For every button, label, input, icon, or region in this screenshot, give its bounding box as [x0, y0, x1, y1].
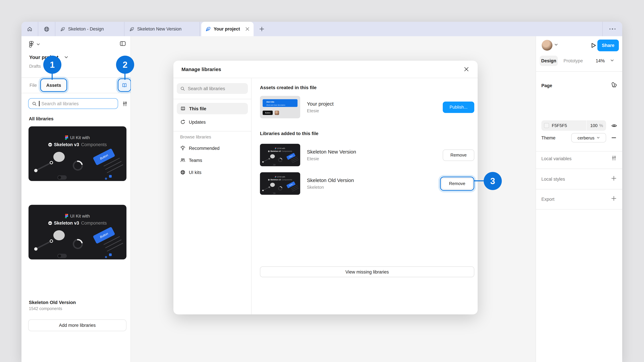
- chevron-down-icon[interactable]: [64, 56, 68, 59]
- right-sidebar: Share Design Prototype 14% Page F5F5F5 1: [536, 36, 622, 362]
- nav-item-teams[interactable]: Teams: [177, 155, 248, 166]
- tab-label: Your project: [214, 26, 240, 31]
- divider: [536, 71, 622, 72]
- page-theme-icon[interactable]: [611, 82, 618, 88]
- library-card-skeleton-old[interactable]: UI Kit with Skeleton v3Components Button: [28, 205, 126, 259]
- badge-2-connector: [124, 73, 126, 80]
- chevron-down-icon[interactable]: [554, 43, 558, 46]
- plus-icon: [259, 26, 264, 31]
- text-caret: [39, 101, 40, 106]
- libraries-button[interactable]: [118, 79, 130, 91]
- left-sidebar: Your project Drafts File Assets: [22, 36, 131, 362]
- remove-button-skeleton-new[interactable]: Remove: [443, 149, 474, 161]
- close-tab-icon[interactable]: [245, 27, 250, 31]
- alert-component: Alert titleShort and clear description: [263, 99, 298, 107]
- add-more-libraries-button[interactable]: Add more libraries: [28, 320, 126, 331]
- eye-visibility-icon[interactable]: [611, 123, 617, 129]
- library-card-art: UI Kit with Skeleton v3Components Button: [28, 205, 126, 259]
- tab-skeleton-new-version[interactable]: Skeleton New Version: [124, 22, 200, 36]
- zoom-level[interactable]: 14%: [596, 58, 605, 63]
- dialog-title: Manage libraries: [182, 66, 221, 72]
- page-opacity-field[interactable]: 100 %: [587, 120, 606, 131]
- refresh-icon: [180, 119, 186, 125]
- skeleton-logo-icon: [48, 221, 52, 225]
- divider: [174, 99, 251, 99]
- add-export-plus-icon[interactable]: [611, 196, 616, 201]
- open-book-icon: [180, 106, 186, 111]
- figma-logo-icon[interactable]: [29, 41, 34, 48]
- tab-skeleton-design[interactable]: Skeleton - Design: [55, 22, 124, 36]
- publish-button[interactable]: Publish...: [443, 101, 474, 113]
- figma-file-icon-active: [205, 26, 211, 32]
- variables-sliders-icon[interactable]: [611, 155, 617, 161]
- new-tab-button[interactable]: [256, 22, 267, 36]
- add-style-plus-icon[interactable]: [611, 176, 616, 181]
- tab-prototype[interactable]: Prototype: [564, 58, 583, 63]
- chevron-down-icon: [597, 137, 600, 139]
- nav-item-ui-kits[interactable]: UI kits: [177, 167, 248, 178]
- close-dialog-button[interactable]: [462, 65, 470, 73]
- libraries-button-highlight: [118, 78, 131, 92]
- remove-theme-minus-icon[interactable]: [611, 135, 616, 140]
- view-missing-libraries-button[interactable]: View missing libraries: [260, 267, 474, 277]
- search-placeholder: Search all libraries: [42, 101, 79, 106]
- window-menu-button[interactable]: [603, 28, 622, 30]
- tab-design[interactable]: Design: [540, 56, 558, 66]
- library-thumbnail: UI Kit with Skeleton v3Components Button: [260, 172, 300, 195]
- color-swatch[interactable]: [544, 123, 549, 128]
- toggle-panel-icon[interactable]: [120, 41, 126, 46]
- globe-icon: [180, 170, 186, 175]
- browser-tab-button[interactable]: [38, 22, 55, 36]
- divider: [536, 151, 622, 151]
- user-avatar[interactable]: [542, 40, 552, 51]
- filter-sliders-icon[interactable]: [122, 101, 128, 107]
- row-title: Your project: [307, 101, 334, 107]
- remove-button-skeleton-old[interactable]: Remove: [442, 178, 473, 189]
- theme-select[interactable]: cerberus: [571, 133, 606, 142]
- search-placeholder: Search all libraries: [188, 86, 225, 91]
- library-row-skeleton-new: UI Kit with Skeleton v3Components Button…: [260, 144, 474, 166]
- search-icon: [32, 101, 37, 106]
- divider: [536, 169, 622, 169]
- tab-your-project-active[interactable]: Your project: [201, 22, 254, 36]
- local-variables-label: Local variables: [541, 156, 572, 161]
- home-icon: [27, 26, 32, 32]
- app-window: Skeleton - Design Skeleton New Version Y…: [22, 22, 622, 362]
- figma-app: Skeleton - Design Skeleton New Version Y…: [0, 0, 644, 362]
- page-color-hex: F5F5F5: [552, 123, 567, 128]
- nav-item-updates[interactable]: Updates: [177, 116, 248, 128]
- nav-section-header: Browse libraries: [180, 134, 211, 139]
- divider: [536, 189, 622, 189]
- globe-icon: [44, 26, 50, 32]
- tabbar-separator: [200, 22, 200, 36]
- close-icon: [464, 67, 469, 72]
- row-title: Skeleton Old Version: [307, 177, 354, 183]
- chevron-down-icon[interactable]: [36, 43, 40, 45]
- nav-item-recommended[interactable]: Recommended: [177, 142, 248, 154]
- section-title: All libraries: [29, 116, 54, 121]
- dialog-sidebar: Search all libraries This file Updates: [174, 78, 252, 314]
- row-subtitle: Etesie: [307, 156, 356, 161]
- share-button[interactable]: Share: [598, 39, 619, 51]
- page-color-field[interactable]: F5F5F5: [541, 120, 586, 131]
- dialog-search-input[interactable]: Search all libraries: [177, 83, 248, 94]
- nav-item-this-file[interactable]: This file: [177, 103, 248, 114]
- divider: [536, 209, 622, 210]
- present-play-icon[interactable]: [590, 42, 597, 49]
- row-title: Skeleton New Version: [307, 149, 356, 155]
- library-card-art: UI Kit with Skeleton v3Components Button: [28, 126, 126, 181]
- canvas[interactable]: Manage libraries Search all libraries: [131, 36, 536, 362]
- theme-label: Theme: [541, 135, 556, 140]
- library-thumbnail: UI Kit with Skeleton v3Components Button: [260, 144, 300, 166]
- dialog-header: Manage libraries: [174, 61, 478, 78]
- file-location[interactable]: Drafts: [29, 64, 41, 69]
- home-tab-button[interactable]: [22, 22, 38, 36]
- tab-file[interactable]: File: [30, 83, 37, 88]
- tab-assets[interactable]: Assets: [41, 79, 66, 91]
- tabbar-right: [602, 22, 622, 36]
- chevron-down-icon[interactable]: [610, 59, 614, 62]
- tab-bar: Skeleton - Design Skeleton New Version Y…: [22, 22, 622, 36]
- library-card-skeleton-new[interactable]: UI Kit with Skeleton v3Components Button: [28, 126, 126, 181]
- divider: [174, 131, 251, 131]
- search-input[interactable]: Search all libraries: [28, 98, 118, 109]
